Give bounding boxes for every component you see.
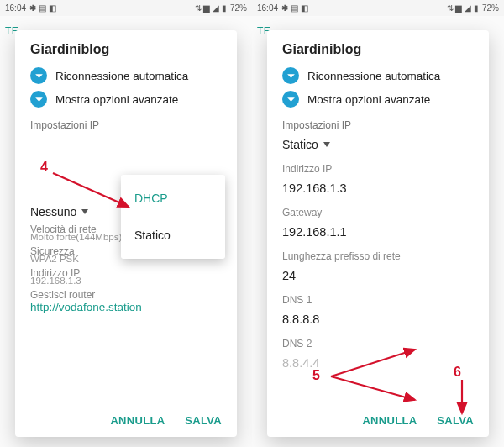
status-bar: 16:04✱ ▤ ◧ ⇅ ▆ ◢ ▮72%	[252, 0, 504, 16]
dns1-label: DNS 1	[282, 294, 474, 306]
phone-right: 16:04✱ ▤ ◧ ⇅ ▆ ◢ ▮72% TE Giardiniblog Ri…	[252, 0, 504, 447]
ip-field-label: Indirizzo IP	[282, 163, 474, 175]
chevron-down-icon	[30, 67, 47, 84]
status-time: 16:04	[5, 3, 26, 13]
dns2-label: DNS 2	[282, 338, 474, 350]
auto-reconnect-row[interactable]: Riconnessione automatica	[30, 67, 222, 84]
save-button[interactable]: SALVA	[185, 414, 222, 427]
dialog-actions: ANNULLA SALVA	[267, 406, 489, 437]
cancel-button[interactable]: ANNULLA	[110, 414, 165, 427]
annotation-number-4: 4	[40, 160, 48, 175]
dialog-title: Giardiniblog	[282, 42, 474, 57]
status-icons-right: ⇅ ▆ ◢ ▮	[195, 3, 227, 13]
status-bar: 16:04✱ ▤ ◧ ⇅ ▆ ◢ ▮72%	[0, 0, 252, 16]
chevron-down-icon	[30, 91, 47, 108]
status-icons-left: ✱ ▤ ◧	[281, 3, 308, 13]
ip-address-value: 192.168.1.3	[30, 276, 222, 286]
status-icons-left: ✱ ▤ ◧	[29, 3, 56, 13]
dns2-field[interactable]: 8.8.4.4	[282, 356, 474, 370]
router-link[interactable]: http://vodafone.station	[30, 301, 222, 313]
ip-settings-label: Impostazioni IP	[30, 119, 222, 131]
gateway-field-label: Gateway	[282, 207, 474, 218]
chevron-down-icon	[282, 67, 299, 84]
annotation-number-6: 6	[454, 365, 461, 380]
dialog-actions: ANNULLA SALVA	[15, 406, 237, 437]
status-icons-right: ⇅ ▆ ◢ ▮	[447, 3, 479, 13]
chevron-down-icon	[323, 142, 330, 147]
gateway-field[interactable]: 192.168.1.1	[282, 225, 474, 239]
status-battery: 72%	[482, 3, 499, 13]
cancel-button[interactable]: ANNULLA	[362, 414, 417, 427]
auto-reconnect-label: Riconnessione automatica	[307, 70, 440, 82]
phone-left: 16:04✱ ▤ ◧ ⇅ ▆ ◢ ▮72% TE Giardiniblog Ri…	[0, 0, 252, 447]
wifi-dialog: Giardiniblog Riconnessione automatica Mo…	[15, 30, 237, 437]
advanced-options-label: Mostra opzioni avanzate	[55, 93, 178, 106]
status-battery: 72%	[230, 3, 247, 13]
advanced-options-row[interactable]: Mostra opzioni avanzate	[30, 91, 222, 108]
dialog-title: Giardiniblog	[30, 42, 222, 57]
advanced-options-row[interactable]: Mostra opzioni avanzate	[282, 91, 474, 108]
save-button[interactable]: SALVA	[437, 414, 474, 427]
dropdown-item-dhcp[interactable]: DHCP	[121, 180, 225, 217]
ip-field[interactable]: 192.168.1.3	[282, 181, 474, 195]
chevron-down-icon	[282, 91, 299, 108]
router-label: Gestisci router	[30, 289, 222, 301]
ip-settings-label: Impostazioni IP	[282, 119, 474, 131]
status-time: 16:04	[257, 3, 278, 13]
ip-settings-spinner[interactable]: Statico	[282, 138, 474, 151]
dns1-field[interactable]: 8.8.8.8	[282, 313, 474, 326]
prefix-len-label: Lunghezza prefisso di rete	[282, 250, 474, 262]
chevron-down-icon	[81, 209, 88, 214]
auto-reconnect-row[interactable]: Riconnessione automatica	[282, 67, 474, 84]
annotation-number-5: 5	[312, 368, 320, 383]
dropdown-item-static[interactable]: Statico	[121, 217, 225, 254]
auto-reconnect-label: Riconnessione automatica	[55, 70, 188, 82]
advanced-options-label: Mostra opzioni avanzate	[307, 93, 430, 106]
prefix-len-field[interactable]: 24	[282, 269, 474, 282]
ip-settings-dropdown: DHCP Statico	[121, 175, 225, 259]
